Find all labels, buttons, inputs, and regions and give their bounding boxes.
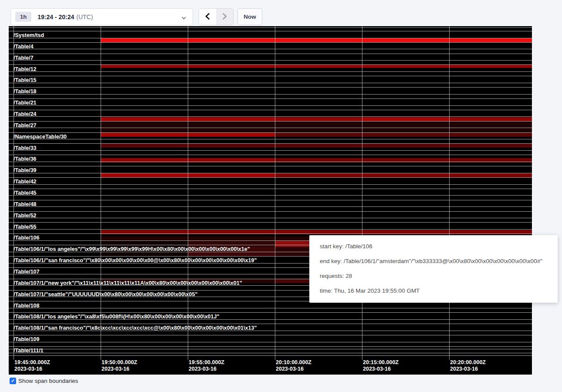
previous-interval-button[interactable] (199, 9, 216, 25)
key-visualizer-heatmap[interactable]: /System/tsd/Table/4/Table/7/Table/12/Tab… (9, 26, 532, 375)
span-boundary-line (9, 195, 532, 196)
span-boundary-line (9, 218, 532, 218)
row-key-label: /Table/107/1/"seattle"/"UUUUUUD\x00\x80\… (14, 291, 197, 297)
heat-band (275, 117, 362, 121)
span-boundary-line (9, 312, 532, 313)
tooltip-time: time: Thu, 16 Mar 2023 19:55:00 GMT (320, 284, 558, 298)
chevron-right-icon (222, 13, 227, 21)
row-key-label: /Table/48 (14, 201, 37, 207)
row-key-label: /Table/107/1/"new york"/"\x11\x11\x11\x1… (14, 280, 242, 286)
now-button[interactable]: Now (237, 8, 262, 25)
show-span-boundaries-label: Show span boundaries (18, 378, 78, 384)
span-boundary-line (9, 335, 532, 335)
x-axis-date-label: 2023-03-16 (14, 366, 42, 372)
x-axis-time-label: 20:15:00.000Z (363, 359, 399, 365)
row-key-label: /System/tsd (14, 32, 44, 38)
row-key-label: /Table/55 (14, 224, 37, 230)
x-axis-time-label: 19:50:00.000Z (102, 359, 137, 365)
row-key-label: /Table/42 (14, 179, 37, 185)
row-key-label: /Table/21 (14, 100, 37, 106)
row-key-label: /Table/18 (14, 88, 37, 95)
span-boundary-line (9, 222, 532, 223)
span-boundary-line (9, 105, 532, 106)
hover-tooltip: start key: /Table/106 end key: /Table/10… (309, 235, 558, 303)
row-key-label: /Table/7 (14, 55, 34, 61)
span-boundary-line (9, 355, 532, 356)
row-key-label: /Table/111/1 (14, 348, 44, 354)
heat-band (101, 144, 532, 148)
show-span-boundaries-checkbox[interactable]: ✓ (10, 378, 16, 384)
span-boundary-line (9, 349, 532, 349)
span-boundary-line (9, 71, 532, 72)
span-boundary-line (9, 166, 532, 166)
x-axis-time-label: 20:20:00.000Z (450, 359, 486, 365)
row-key-label: /Table/24 (14, 111, 37, 117)
span-boundary-line (9, 206, 532, 207)
x-axis-date-label: 2023-03-16 (363, 366, 391, 372)
row-key-label: /Table/36 (14, 156, 37, 162)
span-boundary-line (9, 139, 532, 139)
span-boundary-line (9, 49, 532, 49)
span-boundary-line (9, 229, 532, 230)
span-boundary-line (9, 342, 532, 342)
span-boundary-line (9, 128, 532, 128)
span-boundary-line (9, 94, 532, 95)
span-boundary-line (9, 64, 532, 65)
heat-band (101, 38, 532, 42)
span-boundary-line (9, 42, 532, 43)
time-gridline (362, 26, 362, 360)
span-boundary-line (9, 150, 532, 151)
span-boundary-line (9, 76, 532, 76)
row-key-label: /Table/107 (14, 269, 40, 275)
time-range-preset-badge: 1h (15, 12, 31, 22)
span-boundary-line (9, 116, 532, 117)
row-key-label: /Table/106 (14, 235, 40, 241)
span-boundary-line (9, 233, 532, 234)
span-boundary-line (9, 98, 532, 99)
chevron-down-icon (181, 14, 186, 22)
heat-band (362, 117, 449, 121)
row-key-label: /Table/106/1/"los angeles"/"\x99\x99\x99… (14, 246, 250, 252)
heat-band (449, 117, 532, 121)
chevron-left-icon (205, 13, 210, 21)
x-axis-date-label: 2023-03-16 (450, 366, 478, 372)
x-axis-date-label: 2023-03-16 (102, 366, 129, 372)
span-boundary-line (9, 38, 532, 38)
row-key-label: /NamespaceTable/30 (14, 134, 67, 140)
x-axis-time-label: 19:55:00.000Z (189, 359, 224, 365)
span-boundary-line (9, 132, 532, 133)
time-gridline (188, 26, 188, 360)
x-axis-date-label: 2023-03-16 (189, 366, 217, 372)
row-key-label: /Table/108 (14, 303, 40, 309)
span-boundary-line (9, 121, 532, 122)
span-boundary-line (9, 31, 532, 31)
span-boundary-line (9, 346, 532, 347)
heat-band (275, 132, 532, 137)
span-boundary-line (9, 173, 532, 173)
tooltip-requests: requests: 28 (320, 269, 558, 284)
x-axis-time-label: 19:45:00.000Z (14, 359, 50, 365)
row-key-label: /Table/39 (14, 167, 37, 173)
next-interval-button[interactable] (216, 9, 233, 25)
span-boundary-line (9, 110, 532, 110)
x-axis-time-label: 20:10:00.000Z (276, 359, 311, 365)
footer: ✓ Show span boundaries (10, 378, 78, 384)
time-gridline (275, 26, 275, 360)
span-boundary-line (9, 189, 532, 189)
span-boundary-line (9, 83, 532, 83)
span-boundary-line (9, 60, 532, 61)
span-boundary-line (9, 87, 532, 88)
row-key-label: /Table/52 (14, 213, 37, 219)
tooltip-start-key: start key: /Table/106 (320, 239, 558, 254)
row-key-label: /Table/108/1/"los angeles"/"\xa8\xf5\u00… (14, 314, 219, 320)
tooltip-end-key: end key: /Table/106/1/"amsterdam"/"\xb33… (320, 254, 558, 269)
row-key-label: /Table/109 (14, 336, 40, 342)
span-boundary-line (9, 200, 532, 200)
row-key-label: /Table/106/1/"san francisco"/"\x80\x00\x… (14, 257, 257, 264)
row-key-label: /Table/108/1/"san francisco"/"\x8c\xcc\x… (14, 325, 257, 331)
span-boundary-line (9, 54, 532, 54)
span-boundary-line (9, 184, 532, 185)
time-nav-group (199, 8, 234, 25)
span-boundary-line (9, 27, 532, 28)
time-range-picker[interactable]: 1h 19:24 - 20:24 (UTC) (10, 8, 193, 25)
